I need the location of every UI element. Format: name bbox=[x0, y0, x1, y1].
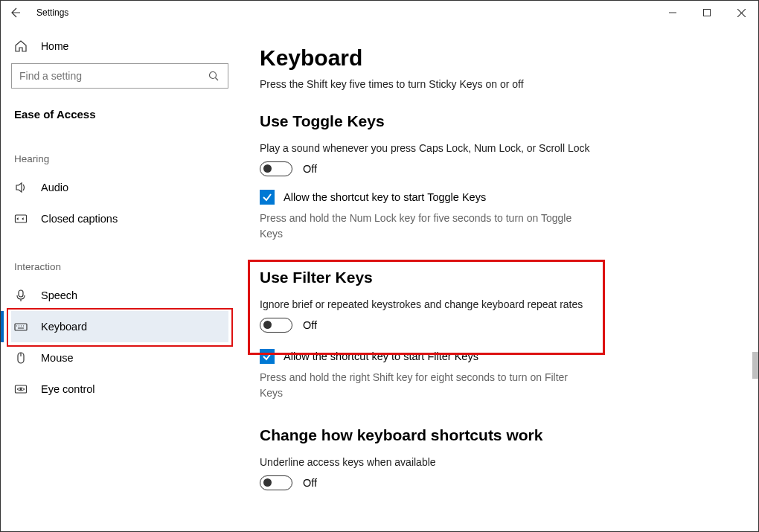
svg-rect-5 bbox=[19, 290, 23, 297]
toggle-keys-check-label: Allow the shortcut key to start Toggle K… bbox=[284, 191, 486, 203]
sidebar-item-audio[interactable]: Audio bbox=[11, 172, 228, 203]
close-button[interactable] bbox=[724, 1, 758, 25]
sidebar-item-keyboard[interactable]: Keyboard bbox=[11, 311, 228, 342]
sidebar-item-mouse[interactable]: Mouse bbox=[11, 342, 228, 374]
closed-captions-icon bbox=[14, 212, 28, 225]
eye-control-label: Eye control bbox=[41, 383, 95, 395]
window-title: Settings bbox=[36, 7, 68, 18]
svg-rect-1 bbox=[704, 10, 711, 16]
keyboard-icon bbox=[14, 320, 28, 333]
filter-keys-heading: Use Filter Keys bbox=[260, 269, 731, 286]
speech-icon bbox=[14, 289, 28, 302]
sidebar-item-speech[interactable]: Speech bbox=[11, 280, 228, 311]
audio-label: Audio bbox=[41, 182, 68, 193]
search-box[interactable] bbox=[11, 63, 228, 89]
underline-access-switch[interactable] bbox=[260, 475, 292, 490]
filter-keys-hint: Press and hold the right Shift key for e… bbox=[260, 370, 587, 401]
filter-keys-desc: Ignore brief or repeated keystrokes and … bbox=[260, 298, 731, 310]
maximize-button[interactable] bbox=[690, 1, 724, 25]
svg-point-2 bbox=[209, 71, 216, 78]
minimize-button[interactable] bbox=[656, 1, 690, 25]
audio-icon bbox=[14, 181, 28, 194]
sidebar: Home Ease of Access Hearing Audio bbox=[1, 25, 239, 531]
search-input[interactable] bbox=[12, 64, 228, 88]
titlebar: Settings bbox=[1, 1, 758, 25]
sticky-hint: Press the Shift key five times to turn S… bbox=[260, 78, 731, 90]
filter-keys-switch[interactable] bbox=[260, 318, 292, 333]
svg-line-3 bbox=[215, 77, 218, 80]
shortcuts-heading: Change how keyboard shortcuts work bbox=[260, 426, 731, 444]
svg-point-10 bbox=[20, 388, 22, 391]
toggle-keys-desc: Play a sound whenever you press Caps Loc… bbox=[260, 142, 731, 154]
search-icon bbox=[207, 69, 220, 83]
underline-access-state: Off bbox=[303, 477, 317, 489]
toggle-keys-state: Off bbox=[303, 163, 317, 175]
back-icon[interactable] bbox=[8, 6, 22, 19]
sidebar-item-closed-captions[interactable]: Closed captions bbox=[11, 203, 228, 234]
mouse-icon bbox=[14, 351, 28, 365]
filter-keys-state: Off bbox=[303, 319, 317, 331]
mouse-label: Mouse bbox=[41, 352, 74, 364]
category-title: Ease of Access bbox=[11, 105, 228, 126]
section-hearing: Hearing bbox=[11, 126, 228, 172]
toggle-keys-heading: Use Toggle Keys bbox=[260, 112, 731, 130]
page-title: Keyboard bbox=[260, 45, 731, 71]
eye-control-icon bbox=[14, 382, 28, 396]
keyboard-label: Keyboard bbox=[41, 321, 87, 333]
speech-label: Speech bbox=[41, 289, 77, 301]
section-interaction: Interaction bbox=[11, 234, 228, 280]
scrollbar[interactable] bbox=[752, 352, 758, 379]
sidebar-item-home[interactable]: Home bbox=[11, 33, 228, 63]
filter-keys-shortcut-checkbox[interactable] bbox=[260, 349, 275, 364]
home-label: Home bbox=[41, 40, 68, 52]
main-panel: Keyboard Press the Shift key five times … bbox=[239, 25, 758, 531]
closed-captions-label: Closed captions bbox=[41, 213, 118, 225]
shortcuts-desc: Underline access keys when available bbox=[260, 456, 731, 468]
filter-keys-check-label: Allow the shortcut key to start Filter K… bbox=[284, 350, 478, 362]
sidebar-item-eye-control[interactable]: Eye control bbox=[11, 374, 228, 405]
toggle-keys-shortcut-checkbox[interactable] bbox=[260, 190, 275, 205]
svg-rect-6 bbox=[15, 324, 27, 330]
toggle-keys-switch[interactable] bbox=[260, 161, 292, 176]
home-icon bbox=[14, 39, 28, 53]
toggle-keys-hint: Press and hold the Num Lock key for five… bbox=[260, 211, 587, 242]
